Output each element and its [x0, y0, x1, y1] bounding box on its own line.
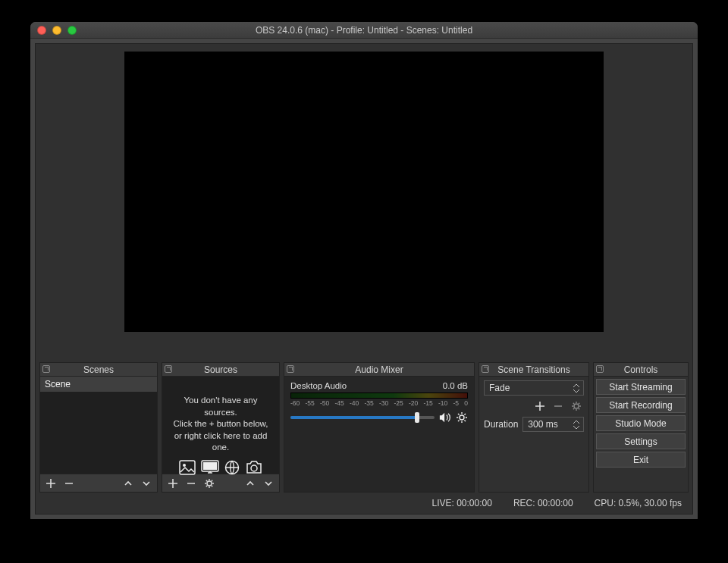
add-scene-button[interactable] — [45, 477, 57, 489]
vu-scale: -60 -55 -50 -45 -40 -35 -30 -25 -20 -15 … — [290, 399, 468, 407]
main-dock-area: Scenes Scene — [35, 43, 693, 515]
status-bar: LIVE: 00:00:00 REC: 00:00:00 CPU: 0.5%, … — [36, 494, 692, 512]
transitions-body: Fade Duration — [479, 377, 588, 492]
scenes-toolbar — [40, 474, 157, 492]
chevron-up-icon — [571, 382, 582, 388]
svg-point-5 — [251, 465, 257, 471]
chevron-down-icon — [571, 424, 582, 430]
settings-button[interactable]: Settings — [596, 433, 686, 449]
sources-toolbar — [162, 474, 279, 492]
start-streaming-button[interactable]: Start Streaming — [596, 379, 686, 395]
move-source-up-button[interactable] — [244, 477, 256, 489]
select-stepper[interactable] — [571, 382, 582, 394]
duration-label: Duration — [484, 419, 518, 430]
panel-title: Controls — [624, 364, 658, 375]
move-scene-down-button[interactable] — [140, 477, 152, 489]
status-rec: REC: 00:00:00 — [513, 498, 573, 508]
vu-meter — [290, 393, 468, 399]
remove-scene-button[interactable] — [63, 477, 75, 489]
tick: -10 — [438, 399, 447, 407]
scene-list-item[interactable]: Scene — [40, 377, 157, 392]
tick: -50 — [320, 399, 329, 407]
transition-select[interactable]: Fade — [484, 380, 584, 396]
status-live: LIVE: 00:00:00 — [431, 498, 491, 508]
tick: -35 — [365, 399, 374, 407]
camera-source-icon — [245, 460, 263, 475]
sources-panel-header[interactable]: Sources — [162, 363, 279, 377]
panel-title: Scenes — [83, 364, 114, 375]
tick: -30 — [379, 399, 388, 407]
tick: 0 — [464, 399, 468, 407]
transition-properties-button[interactable] — [570, 400, 582, 412]
maximize-window-button[interactable] — [67, 26, 77, 35]
app-window: OBS 24.0.6 (mac) - Profile: Untitled - S… — [30, 22, 698, 519]
popout-icon[interactable] — [165, 365, 172, 373]
svg-rect-0 — [180, 461, 195, 474]
audio-mixer-body: Desktop Audio 0.0 dB -60 -55 -50 -45 -40 — [284, 377, 474, 492]
duration-value: 300 ms — [528, 419, 557, 430]
bottom-panels: Scenes Scene — [39, 362, 689, 493]
duration-input[interactable]: 300 ms — [522, 417, 584, 432]
transitions-panel: Scene Transitions Fade — [479, 362, 589, 493]
studio-mode-button[interactable]: Studio Mode — [596, 415, 686, 431]
move-source-down-button[interactable] — [262, 477, 275, 489]
scenes-panel: Scenes Scene — [39, 362, 158, 493]
svg-point-7 — [460, 415, 464, 420]
window-title: OBS 24.0.6 (mac) - Profile: Untitled - S… — [30, 25, 698, 36]
sources-empty-message: You don't have any sources. Click the + … — [167, 395, 275, 475]
content-area: Scenes Scene — [30, 39, 698, 519]
exit-button[interactable]: Exit — [596, 452, 686, 468]
remove-transition-button[interactable] — [552, 400, 564, 412]
tick: -40 — [350, 399, 359, 407]
tick: -45 — [335, 399, 344, 407]
volume-slider[interactable] — [290, 416, 435, 419]
panel-title: Audio Mixer — [355, 364, 403, 375]
display-source-icon — [201, 460, 219, 475]
empty-line: Click the + button below, — [167, 418, 275, 430]
add-source-button[interactable] — [167, 477, 179, 489]
popout-icon[interactable] — [482, 365, 489, 373]
controls-panel: Controls Start Streaming Start Recording… — [593, 362, 689, 493]
tick: -25 — [394, 399, 403, 407]
chevron-up-icon — [571, 418, 582, 424]
window-controls — [37, 26, 77, 35]
tick: -60 — [290, 399, 300, 407]
svg-point-1 — [183, 464, 186, 467]
audio-mixer-header[interactable]: Audio Mixer — [284, 363, 474, 377]
controls-header[interactable]: Controls — [594, 363, 688, 377]
popout-icon[interactable] — [287, 365, 294, 373]
tick: -20 — [409, 399, 418, 407]
empty-line: You don't have any sources. — [167, 395, 275, 418]
scenes-panel-header[interactable]: Scenes — [40, 363, 157, 377]
add-transition-button[interactable] — [534, 400, 546, 412]
popout-icon[interactable] — [42, 365, 50, 373]
audio-settings-button[interactable] — [456, 411, 468, 424]
image-source-icon — [179, 460, 196, 475]
close-window-button[interactable] — [37, 26, 46, 35]
sources-list[interactable]: You don't have any sources. Click the + … — [162, 377, 279, 474]
duration-stepper[interactable] — [571, 418, 582, 430]
mute-button[interactable] — [439, 411, 451, 424]
panel-title: Scene Transitions — [497, 364, 570, 375]
controls-body: Start Streaming Start Recording Studio M… — [594, 377, 688, 492]
scenes-list[interactable]: Scene — [40, 377, 157, 474]
source-properties-button[interactable] — [203, 477, 215, 489]
svg-rect-3 — [203, 462, 217, 470]
move-scene-up-button[interactable] — [122, 477, 134, 489]
preview-canvas[interactable] — [124, 52, 604, 332]
tick: -5 — [453, 399, 460, 407]
audio-channel-name: Desktop Audio — [290, 381, 347, 390]
svg-point-8 — [574, 404, 579, 408]
chevron-down-icon — [571, 388, 582, 394]
empty-line: or right click here to add one. — [167, 430, 275, 454]
remove-source-button[interactable] — [185, 477, 197, 489]
transition-selected-value: Fade — [489, 383, 510, 393]
popout-icon[interactable] — [596, 365, 604, 373]
browser-source-icon — [224, 460, 240, 475]
start-recording-button[interactable]: Start Recording — [596, 397, 686, 413]
minimize-window-button[interactable] — [52, 26, 61, 35]
audio-mixer-panel: Audio Mixer Desktop Audio 0.0 dB -60 -55 — [284, 362, 475, 493]
tick: -15 — [424, 399, 433, 407]
source-type-icons — [167, 460, 275, 475]
transitions-header[interactable]: Scene Transitions — [479, 363, 588, 377]
